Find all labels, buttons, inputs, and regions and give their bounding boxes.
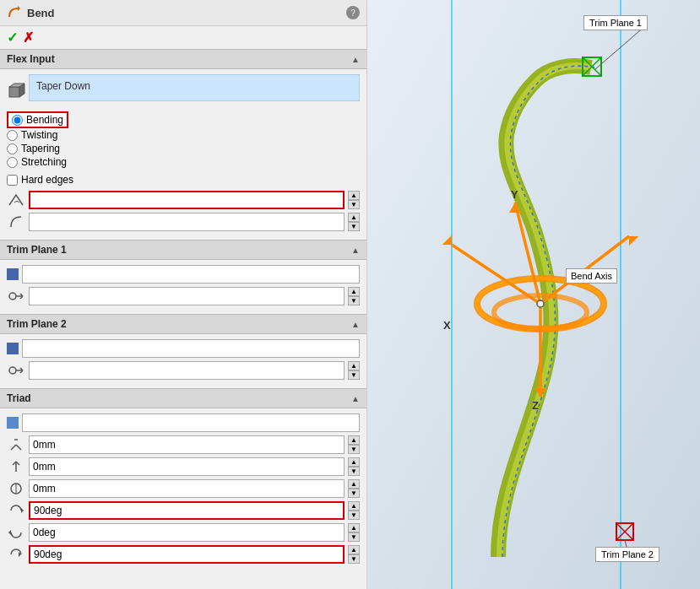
toolbar: ✓ ✗ xyxy=(0,26,366,49)
svg-marker-20 xyxy=(21,508,24,513)
triad-rx-row: ▲ ▼ xyxy=(7,501,360,520)
trim-plane-2-title: Trim Plane 2 xyxy=(7,318,67,330)
triad-rx-up[interactable]: ▲ xyxy=(348,501,360,511)
trim2-up-button[interactable]: ▲ xyxy=(348,361,360,370)
trim-plane-1-header[interactable]: Trim Plane 1 ▲ xyxy=(0,240,366,260)
trim2-offset-icon xyxy=(7,361,25,380)
panel-header: Bend ? xyxy=(0,0,366,26)
triad-x-up[interactable]: ▲ xyxy=(348,435,360,445)
flex-input-section-header[interactable]: Flex Input ▲ xyxy=(0,49,366,69)
svg-line-12 xyxy=(11,445,16,450)
hard-edges-checkbox-row: Hard edges xyxy=(7,172,360,187)
trim2-down-button[interactable]: ▼ xyxy=(348,370,360,380)
trim-plane-2-section: Trim Plane 2 ▲ 0mm ▲ xyxy=(0,314,366,388)
radio-stretching-label: Stretching xyxy=(21,156,67,168)
triad-rx-down[interactable]: ▼ xyxy=(348,511,360,520)
triad-z-row: ▲ ▼ xyxy=(7,479,360,498)
trim1-color-box xyxy=(7,268,19,280)
flex-input-display: Taper Down xyxy=(29,74,360,101)
confirm-button[interactable]: ✓ xyxy=(7,30,18,46)
triad-entity-row xyxy=(7,413,360,432)
svg-point-4 xyxy=(9,293,16,300)
svg-rect-1 xyxy=(9,87,19,97)
triad-content: ▲ ▼ ▲ ▼ xyxy=(0,408,366,572)
trim1-offset-input[interactable]: 0mm xyxy=(29,287,345,305)
triad-z-input[interactable] xyxy=(29,479,345,498)
trim1-up-button[interactable]: ▲ xyxy=(348,287,360,296)
trim1-offset-icon xyxy=(7,287,25,305)
triad-y-down[interactable]: ▼ xyxy=(348,467,360,476)
triad-rz-up[interactable]: ▲ xyxy=(348,545,360,554)
radius-up-button[interactable]: ▲ xyxy=(348,213,360,222)
trim-plane-2-label: Trim Plane 2 xyxy=(595,547,659,562)
trim-plane-1-content: 0mm ▲ ▼ xyxy=(0,260,366,314)
triad-x-icon xyxy=(7,435,25,454)
trim2-offset-row: 0mm ▲ ▼ xyxy=(7,361,360,380)
triad-rz-down[interactable]: ▼ xyxy=(348,554,360,564)
cancel-button[interactable]: ✗ xyxy=(23,30,34,46)
radio-twisting-label: Twisting xyxy=(21,129,57,141)
radio-bending[interactable]: Bending xyxy=(7,111,68,128)
radius-input-row: 71.62mm ▲ ▼ xyxy=(7,213,360,231)
trim2-offset-input[interactable]: 0mm xyxy=(29,361,345,380)
trim-plane-1-collapse-icon: ▲ xyxy=(351,246,360,255)
hard-edges-checkbox[interactable] xyxy=(7,175,18,186)
z-axis-label: Z xyxy=(532,399,539,412)
triad-z-spinner: ▲ ▼ xyxy=(348,479,360,498)
triad-x-down[interactable]: ▼ xyxy=(348,445,360,454)
triad-y-up[interactable]: ▲ xyxy=(348,457,360,467)
radio-group: Bending Twisting Tapering Stretching xyxy=(7,111,360,169)
trim1-down-button[interactable]: ▼ xyxy=(348,296,360,305)
triad-y-row: ▲ ▼ xyxy=(7,457,360,476)
trim-plane-2-header[interactable]: Trim Plane 2 ▲ xyxy=(0,314,366,334)
viewport-svg: Y X Z xyxy=(367,0,700,589)
angle-down-button[interactable]: ▼ xyxy=(348,200,360,209)
triad-rz-input[interactable] xyxy=(29,545,345,564)
radio-bending-label: Bending xyxy=(26,114,63,126)
radius-input[interactable]: 71.62mm xyxy=(29,213,345,231)
triad-rx-icon xyxy=(7,501,25,520)
trim-plane-2-content: 0mm ▲ ▼ xyxy=(0,334,366,388)
trim-plane-1-label: Trim Plane 1 xyxy=(583,15,648,30)
trim2-entity-input[interactable] xyxy=(22,339,360,358)
panel-title: Bend xyxy=(27,7,55,19)
angle-up-button[interactable]: ▲ xyxy=(348,191,360,200)
triad-x-spinner: ▲ ▼ xyxy=(348,435,360,454)
triad-rx-input[interactable] xyxy=(29,501,345,520)
radio-twisting[interactable]: Twisting xyxy=(7,128,360,142)
triad-section: Triad ▲ ▲ ▼ xyxy=(0,388,366,572)
trim-plane-2-collapse-icon: ▲ xyxy=(351,320,360,329)
trim1-offset-spinner: ▲ ▼ xyxy=(348,287,360,305)
triad-z-up[interactable]: ▲ xyxy=(348,479,360,489)
triad-ry-up[interactable]: ▲ xyxy=(348,523,360,532)
triad-z-down[interactable]: ▼ xyxy=(348,489,360,498)
trim1-select-row xyxy=(7,265,360,284)
flex-input-title: Flex Input xyxy=(7,53,55,65)
triad-rz-row: ▲ ▼ xyxy=(7,545,360,564)
radius-down-button[interactable]: ▼ xyxy=(348,222,360,231)
trim-plane-1-title: Trim Plane 1 xyxy=(7,244,67,256)
flex-input-section: Flex Input ▲ Taper Down Bending xyxy=(0,49,366,240)
angle-icon xyxy=(7,191,25,209)
triad-collapse-icon: ▲ xyxy=(351,394,360,403)
angle-input[interactable]: 160deg xyxy=(29,191,345,209)
trim1-offset-row: 0mm ▲ ▼ xyxy=(7,287,360,305)
triad-entity-input[interactable] xyxy=(22,413,360,432)
radio-stretching[interactable]: Stretching xyxy=(7,155,360,169)
triad-x-input[interactable] xyxy=(29,435,345,454)
triad-rz-icon xyxy=(7,545,25,564)
triad-y-spinner: ▲ ▼ xyxy=(348,457,360,476)
triad-ry-input[interactable] xyxy=(29,523,345,542)
triad-section-header[interactable]: Triad ▲ xyxy=(0,388,366,408)
bend-axis-label: Bend Axis xyxy=(566,268,617,284)
svg-point-8 xyxy=(9,367,16,374)
trim2-color-box xyxy=(7,343,19,354)
trim1-entity-input[interactable] xyxy=(22,265,360,284)
radio-tapering[interactable]: Tapering xyxy=(7,142,360,155)
triad-ry-down[interactable]: ▼ xyxy=(348,532,360,542)
help-button[interactable]: ? xyxy=(346,6,360,19)
triad-title: Triad xyxy=(7,392,31,404)
flex-input-collapse-icon: ▲ xyxy=(351,55,360,64)
triad-y-input[interactable] xyxy=(29,457,345,476)
bend-icon xyxy=(7,5,22,20)
